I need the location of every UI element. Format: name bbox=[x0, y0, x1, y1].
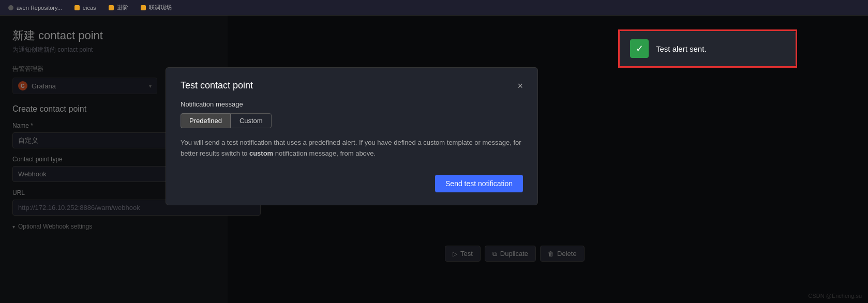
lianxun-icon bbox=[141, 5, 146, 10]
tab-lianxun-label: 联调现场 bbox=[149, 4, 172, 11]
tab-jinjie-label: 进阶 bbox=[117, 4, 128, 11]
send-test-notification-button[interactable]: Send test notification bbox=[435, 175, 523, 192]
test-contact-point-modal: Test contact point × Notification messag… bbox=[166, 67, 538, 205]
modal-close-button[interactable]: × bbox=[517, 81, 523, 90]
notification-message-label: Notification message bbox=[181, 100, 523, 108]
toast-success-icon: ✓ bbox=[630, 39, 649, 58]
modal-title: Test contact point bbox=[181, 80, 253, 91]
modal-footer: Send test notification bbox=[181, 175, 523, 192]
main-background: 新建 contact point 为通知创建新的 contact point 告… bbox=[0, 16, 868, 303]
tab-predefined[interactable]: Predefined bbox=[181, 113, 231, 128]
modal-description-bold: custom bbox=[249, 149, 273, 157]
tab-eicas-label: eicas bbox=[83, 5, 96, 11]
toast-message: Test alert sent. bbox=[656, 44, 707, 53]
maven-icon bbox=[8, 5, 13, 10]
modal-header: Test contact point × bbox=[181, 80, 523, 91]
tab-maven[interactable]: aven Repository... bbox=[4, 4, 66, 12]
toast-container: ✓ Test alert sent. bbox=[620, 31, 796, 66]
toast-notification: ✓ Test alert sent. bbox=[620, 31, 796, 66]
notification-type-tabs: Predefined Custom bbox=[181, 113, 523, 128]
eicas-icon bbox=[74, 5, 80, 10]
tab-jinjie[interactable]: 进阶 bbox=[104, 3, 132, 12]
tab-custom[interactable]: Custom bbox=[231, 113, 272, 128]
tab-maven-label: aven Repository... bbox=[17, 5, 62, 11]
tab-lianxun[interactable]: 联调现场 bbox=[137, 3, 176, 12]
browser-tab-bar: aven Repository... eicas 进阶 联调现场 bbox=[0, 0, 868, 16]
jinjie-icon bbox=[109, 5, 114, 10]
tab-eicas[interactable]: eicas bbox=[70, 4, 100, 12]
modal-description: You will send a test notification that u… bbox=[181, 138, 523, 159]
